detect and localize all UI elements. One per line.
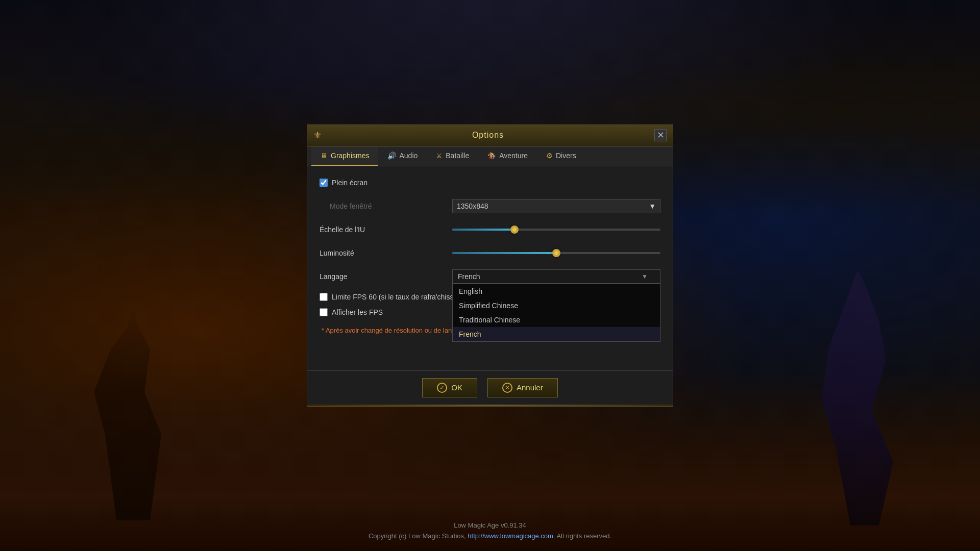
dialog-logo: ⚜ [313, 130, 322, 141]
tab-bataille-label: Bataille [446, 152, 469, 160]
dialog-titlebar: ⚜ Options ✕ [307, 125, 673, 146]
tab-graphismes[interactable]: 🖥 Graphismes [311, 146, 378, 166]
dialog-body: Plein écran Mode fenêtré 1350x848 ▼ Éche… [307, 166, 673, 370]
tab-bataille[interactable]: ⚔ Bataille [427, 146, 478, 166]
tab-audio-label: Audio [399, 152, 418, 160]
options-dialog: ⚜ Options ✕ 🖥 Graphismes 🔊 Audio ⚔ Batai… [307, 124, 673, 407]
ok-icon: ✓ [437, 383, 447, 393]
resolution-value: 1350x848 [457, 202, 488, 210]
ui-scale-control [452, 229, 660, 231]
brightness-row: Luminosité [320, 246, 660, 260]
dialog-title: Options [322, 131, 654, 140]
tab-aventure[interactable]: 🏇 Aventure [478, 146, 537, 166]
ok-button[interactable]: ✓ OK [422, 378, 477, 397]
resolution-select-wrap: 1350x848 ▼ [452, 199, 660, 213]
cancel-label: Annuler [517, 383, 543, 392]
fullscreen-row: Plein écran [320, 176, 660, 190]
ui-scale-label: Échelle de l'IU [320, 226, 452, 234]
show-fps-checkbox[interactable] [320, 308, 328, 316]
fullscreen-checkbox[interactable] [320, 179, 328, 187]
windowed-mode-label: Mode fenêtré [320, 202, 452, 210]
dialog-close-button[interactable]: ✕ [654, 129, 667, 141]
lang-option-english[interactable]: English [453, 284, 660, 298]
cancel-icon: ✕ [502, 383, 512, 393]
show-fps-label: Afficher les FPS [332, 308, 383, 316]
resolution-select-button[interactable]: 1350x848 ▼ [452, 199, 660, 213]
brightness-thumb[interactable] [552, 249, 560, 257]
tab-aventure-label: Aventure [499, 152, 528, 160]
brightness-fill [452, 252, 556, 254]
limit-fps-label: Limite FPS 60 [332, 293, 377, 301]
divers-icon: ⚙ [546, 152, 553, 160]
fullscreen-text: Plein écran [332, 179, 368, 187]
language-dropdown: English Simplified Chinese Traditional C… [452, 284, 660, 342]
lang-option-simplified-chinese[interactable]: Simplified Chinese [453, 298, 660, 313]
ok-label: OK [451, 383, 462, 392]
cancel-button[interactable]: ✕ Annuler [487, 378, 558, 397]
audio-icon: 🔊 [387, 152, 396, 160]
dialog-bottom-line [307, 405, 673, 406]
bataille-icon: ⚔ [436, 152, 443, 160]
tab-divers[interactable]: ⚙ Divers [537, 146, 585, 166]
brightness-track[interactable] [452, 252, 660, 254]
ui-scale-track[interactable] [452, 229, 660, 231]
language-label: Langage [320, 272, 452, 281]
dialog-footer: ✓ OK ✕ Annuler [307, 370, 673, 405]
lang-option-french[interactable]: French [453, 327, 660, 341]
language-row: Langage French ▼ English Simplified Chin… [320, 269, 660, 284]
tab-audio[interactable]: 🔊 Audio [378, 146, 427, 166]
resolution-arrow-icon: ▼ [649, 202, 656, 210]
ui-scale-row: Échelle de l'IU [320, 222, 660, 237]
aventure-icon: 🏇 [487, 152, 496, 160]
windowed-mode-row: Mode fenêtré 1350x848 ▼ [320, 199, 660, 213]
dialog-tabs: 🖥 Graphismes 🔊 Audio ⚔ Bataille 🏇 Aventu… [307, 146, 673, 166]
tab-graphismes-label: Graphismes [331, 152, 369, 160]
language-select-container: French ▼ English Simplified Chinese Trad… [452, 269, 660, 284]
brightness-label: Luminosité [320, 249, 452, 257]
ui-scale-fill [452, 229, 514, 231]
language-arrow-icon: ▼ [642, 273, 648, 280]
limit-fps-checkbox[interactable] [320, 293, 328, 301]
fullscreen-label[interactable]: Plein écran [320, 179, 368, 187]
dialog-overlay: ⚜ Options ✕ 🖥 Graphismes 🔊 Audio ⚔ Batai… [0, 0, 980, 551]
brightness-control [452, 252, 660, 254]
ui-scale-thumb[interactable] [510, 226, 519, 234]
lang-option-traditional-chinese[interactable]: Traditional Chinese [453, 313, 660, 327]
language-select-button[interactable]: French ▼ [452, 269, 660, 284]
graphismes-icon: 🖥 [321, 152, 328, 160]
tab-divers-label: Divers [556, 152, 576, 160]
language-selected-value: French [458, 272, 480, 281]
